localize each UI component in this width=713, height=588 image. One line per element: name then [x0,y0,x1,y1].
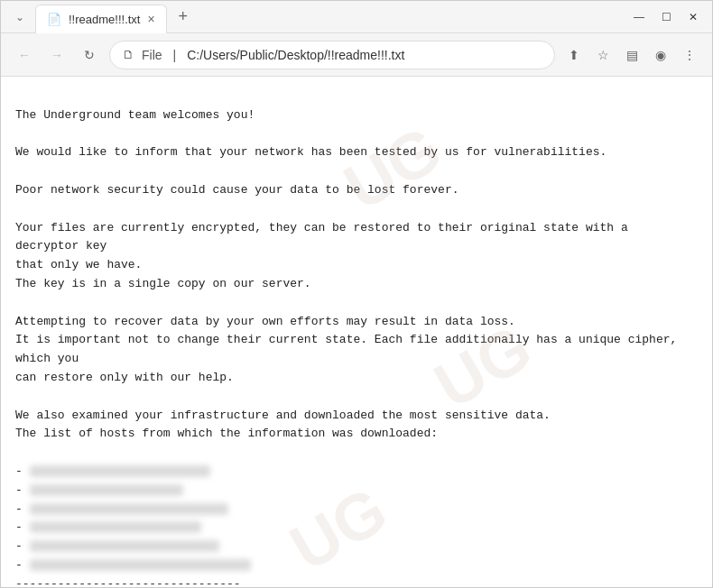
url-text: C:/Users/Public/Desktop/!!readme!!!.txt [187,48,542,62]
tab-label: !!readme!!!.txt [69,13,140,26]
paragraph-recover: Attempting to recover data by your own e… [15,315,684,384]
paragraph-welcome: The Underground team welcomes you! [15,108,255,122]
menu-icon[interactable]: ⋮ [678,43,701,67]
tab-favicon: 📄 [47,13,61,26]
address-input[interactable]: 🗋 File | C:/Users/Public/Desktop/!!readm… [109,41,555,69]
blurred-host-6 [30,559,251,571]
content-area: UG UG UG The Underground team welcomes y… [1,77,712,587]
paragraph-examined: We also examined your infrastructure and… [15,409,551,441]
protocol-separator: | [173,48,177,62]
refresh-button[interactable]: ↻ [77,42,102,68]
separator: -------------------------------- [15,577,241,587]
close-button[interactable]: ✕ [681,5,705,29]
bookmark-icon[interactable]: ☆ [591,43,615,67]
new-tab-button[interactable]: + [171,5,196,30]
profile-icon[interactable]: ◉ [649,43,672,67]
title-bar: ⌄ 📄 !!readme!!!.txt × + — ☐ ✕ [1,1,712,33]
protocol-label: File [142,48,162,62]
forward-button[interactable]: → [44,42,69,68]
paragraph-encrypted: Your files are currently encrypted, they… [15,221,635,290]
file-protocol-icon: 🗋 [123,48,134,61]
tab-close-button[interactable]: × [147,13,154,25]
reader-mode-icon[interactable]: ▤ [620,43,644,67]
blurred-host-1 [30,465,210,477]
maximize-button[interactable]: ☐ [654,5,678,29]
blurred-host-5 [30,540,219,552]
browser-window: ⌄ 📄 !!readme!!!.txt × + — ☐ ✕ ← → ↻ 🗋 Fi… [0,0,713,588]
share-icon[interactable]: ⬆ [562,43,586,67]
blurred-host-2 [30,484,183,496]
ransomware-note: The Underground team welcomes you! We wo… [15,87,698,587]
active-tab[interactable]: 📄 !!readme!!!.txt × [35,5,167,33]
blurred-host-3 [30,503,228,515]
minimize-button[interactable]: — [627,5,651,29]
title-bar-left: ⌄ 📄 !!readme!!!.txt × + [8,3,627,32]
paragraph-inform: We would like to inform that your networ… [15,145,607,159]
address-bar-actions: ⬆ ☆ ▤ ◉ ⋮ [562,43,701,67]
window-controls: — ☐ ✕ [627,5,705,29]
paragraph-network: Poor network security could cause your d… [15,183,458,197]
back-button[interactable]: ← [12,42,37,68]
address-bar: ← → ↻ 🗋 File | C:/Users/Public/Desktop/!… [1,33,712,77]
chevron-icon[interactable]: ⌄ [8,5,32,29]
blurred-host-4 [30,521,201,533]
